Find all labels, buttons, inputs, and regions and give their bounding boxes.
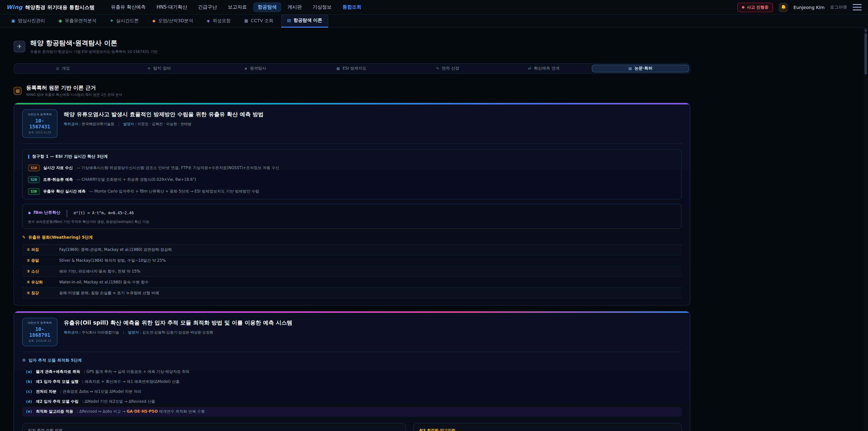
tab-detection-equipment[interactable]: ✈ 탐지 장비	[111, 65, 207, 72]
subnav-item-cctv[interactable]: ▦ CCTV 조회	[238, 15, 279, 28]
tab-area-calculation[interactable]: ✎ 면적 산정	[400, 65, 496, 72]
weathering-stage-desc: Stiver & Mackay(1984) 해석적 방법, 수일~10일간 약 …	[59, 258, 166, 263]
subnav-label: 오염/선박3D분석	[158, 18, 193, 24]
step-code: (c)	[26, 390, 32, 394]
subnav-label: 실시간드론	[116, 18, 139, 24]
claim-title-row: 청구항 1 — ESI 기반 실시간 확산 3단계	[28, 154, 676, 160]
claim-bar-icon	[28, 155, 29, 159]
section-subtitle: WING 탑재 유출유 확산예측 시스템의 특허 원문 2건 전체 분석	[26, 93, 122, 97]
inventors-value: 김도연·김용혁·김종기·김성은·박상윤·오정환	[143, 331, 213, 335]
hamburger-menu-icon[interactable]	[852, 4, 862, 10]
step-desc-prefix: : ΔRevised ↔ Δobs 비교 →	[77, 409, 127, 413]
bell-glyph	[780, 4, 786, 10]
nav-item-hns-diffusion[interactable]: HNS·대기확산	[152, 2, 192, 12]
map-icon: ▦	[337, 67, 340, 70]
subnav-label: 항공탐색 이론	[293, 17, 322, 24]
step-desc: : ΔRevised ↔ Δobs 비교 → GA·DE·HS·PSO 매개변수…	[77, 409, 205, 414]
scroll-up-arrow-icon[interactable]: ▲	[864, 28, 868, 32]
notification-bell-icon[interactable]	[778, 2, 788, 12]
owner-value: 주식회사 아라종합기술	[82, 331, 119, 335]
subnav-item-pollution-3d-analysis[interactable]: ◆ 오염/선박3D분석	[147, 15, 199, 28]
weathering-row: ① 퍼짐 Fay(1969): 중력-관성력, Mackay et al.(19…	[22, 245, 682, 255]
image-icon: ▣	[11, 19, 15, 23]
claim-title: 청구항 1 — ESI 기반 실시간 확산 3단계	[32, 154, 108, 160]
subnav-item-satellite-request[interactable]: ◈ 위성요청	[201, 15, 237, 28]
optimization-title: 입자 추적 모듈 최적화 5단계	[29, 358, 82, 363]
subnav-item-aerial-theory[interactable]: ▤ 항공탐색 이론	[281, 14, 328, 28]
vertical-scrollbar[interactable]: ▲	[864, 28, 868, 431]
scrollbar-thumb[interactable]	[864, 33, 867, 74]
subnav-item-realtime-drone[interactable]: ✈ 실시간드론	[104, 15, 145, 28]
tab-prediction-link[interactable]: ⇄ 확산예측 연계	[496, 65, 592, 72]
fbm-separator: |	[66, 208, 68, 217]
step-desc: : 예측자료 + 확산계수 → 제1 예측변위량(ΔModel) 산출	[82, 379, 180, 385]
optimization-steps: (a) 뜰개 관측+예측자료 취득 : GPS 뜰개 투하 → 실제 이동경로 …	[22, 367, 682, 417]
tab-label: 탐지 장비	[153, 65, 171, 71]
subnav-label: 위성요청	[213, 18, 230, 24]
nav-item-board[interactable]: 게시판	[283, 2, 306, 12]
nav-item-emergency-rescue[interactable]: 긴급구난	[193, 2, 221, 12]
step-desc: : ΔModel 기반 제2모델 → ΔRevised 산출	[82, 399, 155, 405]
step-title: 제1 입자 추적 모델 실행	[36, 379, 79, 385]
logout-button[interactable]: 로그아웃	[830, 4, 847, 10]
inventors-label: 발명자 :	[123, 122, 136, 126]
subnav-item-oil-area-analysis[interactable]: ◉ 유출유면적분석	[53, 15, 102, 28]
opt-step-b: (b) 제1 입자 추적 모델 실행 : 예측자료 + 확산계수 → 제1 예측…	[22, 377, 682, 387]
patent-number: 10-1567431	[25, 118, 54, 130]
step-code: (e)	[26, 409, 32, 413]
tab-label: 면적 산정	[442, 65, 459, 71]
meta-separator: |	[123, 331, 124, 335]
page-header: ✈ 해양 항공탐색·원격탐사 이론 유출유 원격탐지·항공감시 기법·ESI 방…	[13, 39, 690, 54]
top-navigation-bar: Wing 해양환경 위기대응 통합시스템 유출유 확산예측 HNS·대기확산 긴…	[0, 0, 868, 15]
page-icon: ✈	[13, 41, 25, 53]
sub-navigation: ▣ 영상사진관리 ◉ 유출유면적분석 ✈ 실시간드론 ◆ 오염/선박3D분석 ◈…	[0, 15, 868, 28]
page-title-block: 해양 항공탐색·원격탐사 이론 유출유 원격탐지·항공감시 기법·ESI 방제정…	[30, 39, 158, 54]
step-code: (a)	[26, 370, 32, 374]
patent-title-block: 해양 유류오염사고 발생시 효율적인 방제방안 수립을 위한 유출유 확산 예측…	[64, 110, 264, 127]
subnav-label: 영상사진관리	[18, 18, 45, 24]
weathering-stage-label: ③ 소산	[27, 269, 59, 274]
nav-item-spill-prediction[interactable]: 유출유 확산예측	[106, 2, 150, 12]
opt-step-e: (e) 최적화 알고리즘 적용 : ΔRevised ↔ Δobs 비교 → G…	[22, 407, 682, 417]
patent-number: 10-1868791	[25, 326, 54, 338]
fbm-desc: 분수 브라운운동(fBm) 기반 무작위 확산거리 생성, 등방성(isotro…	[28, 220, 676, 224]
fbm-title-row: ● fBm 난류확산 | σ²(t) = A·t^m, m=0.45~2.46	[28, 208, 676, 217]
patent-meta: 특허권자 : 주식회사 아라종합기술 | 발명자 : 김도연·김용혁·김종기·김…	[64, 330, 292, 335]
incident-badge-label: 사고 진행중	[747, 4, 769, 10]
nav-item-reports[interactable]: 보고자료	[223, 2, 251, 12]
tab-overview[interactable]: ◎ 개요	[15, 65, 111, 72]
step-desc: — CHARRY모델 조화분석 + 취송류 경험식(0.029×Vw, θw+1…	[76, 177, 196, 183]
analysis-icon: ◉	[59, 19, 62, 23]
step-title: 최적화 알고리즘 적용	[36, 409, 73, 414]
tab-esi-map[interactable]: ▦ ESI 방제지도	[303, 65, 399, 72]
step-desc: : 관측경로 Δobs ↔ 제1모델 ΔModel 차분 처리	[60, 389, 142, 395]
step-code-badge: S30	[28, 188, 39, 195]
step-title: 조류·취송류 예측	[43, 177, 73, 183]
purple-dot-icon: ●	[28, 211, 31, 214]
weathering-row: ④ 유상화 Water-in-oil, Mackay et al.(1980) …	[22, 277, 682, 288]
pencil-icon: ✎	[22, 236, 26, 240]
inventors-value: 이문진 · 김혜진 · 이승현 · 전태병	[138, 122, 191, 126]
nav-item-aerial-search[interactable]: 항공탐색	[253, 2, 281, 12]
claim-step-s10: S10 실시간 자료 수신 — 기상예측시스템·위성영상수신시스템·검조소 인터…	[28, 164, 676, 171]
algo-panel-title: 4대 최적화 알고리즘	[419, 428, 676, 431]
step-desc: : GPS 뜰개 투하 → 실제 이동경로 + 예측 기상·해양자료 취득	[84, 369, 190, 375]
nav-item-integrated-search[interactable]: 통합조회	[338, 2, 366, 12]
patent-header: 대한민국 등록특허 10-1567431 등록: 2015.11.03 해양 유…	[22, 110, 682, 138]
tab-papers-patents[interactable]: ▤ 논문·특허	[592, 65, 689, 72]
subnav-item-image-management[interactable]: ▣ 영상사진관리	[5, 15, 51, 28]
book-icon: ▤	[13, 87, 22, 95]
document-icon: ▤	[628, 67, 632, 70]
pencil-icon: ✎	[436, 67, 439, 70]
incident-status-badge[interactable]: ● 사고 진행중	[737, 2, 773, 12]
particle-math-panel: 입자 추적 수학 모델 제1모델: Modelₐ = curₐ·Δt + c·w…	[22, 423, 406, 431]
tab-label: 확산예측 연계	[534, 65, 560, 71]
subnav-label: CCTV 조회	[251, 18, 273, 24]
tab-remote-sensing[interactable]: ◈ 원격탐사	[207, 65, 303, 72]
brand: Wing 해양환경 위기대응 통합시스템	[6, 4, 95, 11]
weathering-stage-label: ① 퍼짐	[27, 247, 59, 252]
weathering-stage-desc: 용해·미생물 분해, 질량 손실률 = 초기 누유량에 선형 비례	[59, 290, 159, 296]
nav-item-weather-info[interactable]: 기상정보	[308, 2, 336, 12]
inventors-label: 발명자 :	[128, 331, 141, 335]
step-title: 전처리 차분	[36, 389, 57, 395]
